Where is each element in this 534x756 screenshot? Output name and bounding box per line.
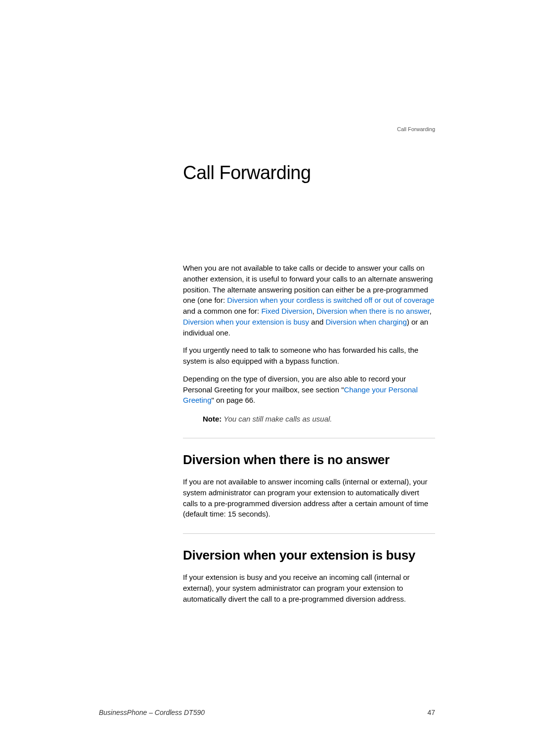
page-footer: BusinessPhone – Cordless DT590 47 bbox=[99, 709, 435, 716]
link-fixed-diversion[interactable]: Fixed Diversion bbox=[261, 307, 312, 315]
text-span: and bbox=[309, 318, 325, 326]
note: Note: You can still make calls as usual. bbox=[203, 415, 435, 423]
running-header: Call Forwarding bbox=[397, 126, 435, 132]
section-text-busy: If your extension is busy and you receiv… bbox=[183, 572, 435, 604]
section-heading-no-answer: Diversion when there is no answer bbox=[183, 452, 435, 468]
text-span: , bbox=[312, 307, 316, 315]
footer-left: BusinessPhone – Cordless DT590 bbox=[99, 709, 205, 716]
link-diversion-no-answer[interactable]: Diversion when there is no answer bbox=[316, 307, 429, 315]
link-diversion-switched-off[interactable]: Diversion when your cordless is switched… bbox=[227, 296, 434, 304]
section-text-no-answer: If you are not available to answer incom… bbox=[183, 476, 435, 520]
document-page: Call Forwarding Call Forwarding When you… bbox=[0, 0, 534, 756]
note-label: Note: bbox=[203, 415, 222, 423]
text-span: and a common one for: bbox=[183, 307, 261, 315]
intro-paragraph-3: Depending on the type of diversion, you … bbox=[183, 374, 435, 406]
text-span: " on page 66. bbox=[212, 396, 256, 404]
divider bbox=[183, 438, 435, 438]
note-text: You can still make calls as usual. bbox=[222, 415, 332, 423]
section-heading-busy: Diversion when your extension is busy bbox=[183, 548, 435, 563]
divider bbox=[183, 533, 435, 534]
text-span: , bbox=[430, 307, 432, 315]
footer-page-number: 47 bbox=[427, 709, 435, 716]
page-title: Call Forwarding bbox=[183, 162, 435, 184]
link-diversion-charging[interactable]: Diversion when charging bbox=[326, 318, 407, 326]
link-diversion-busy[interactable]: Diversion when your extension is busy bbox=[183, 318, 309, 326]
intro-paragraph-1: When you are not available to take calls… bbox=[183, 263, 435, 338]
intro-paragraph-2: If you urgently need to talk to someone … bbox=[183, 345, 435, 367]
